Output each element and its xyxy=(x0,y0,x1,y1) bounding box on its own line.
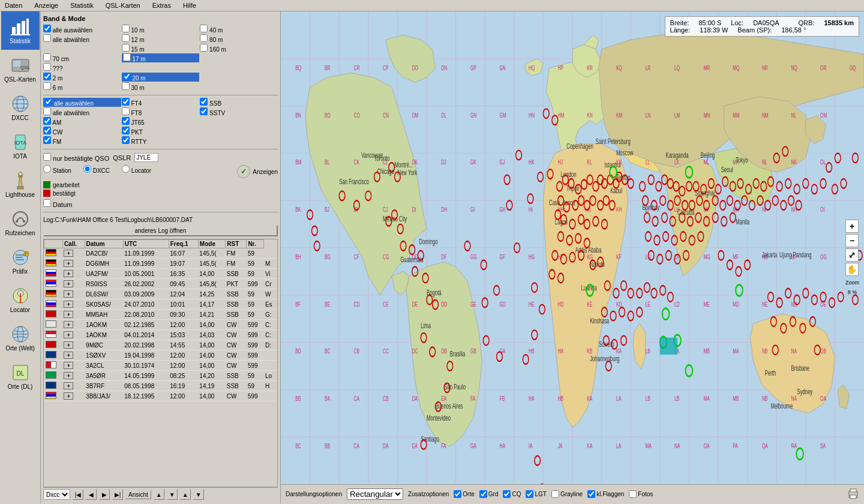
zoom-out-button[interactable]: − xyxy=(845,234,859,247)
zoom-in-button[interactable]: + xyxy=(845,220,859,233)
table-row[interactable]: ✈MM5AH22.08.201009:3014,21SSB59G: xyxy=(44,310,278,320)
col-nr[interactable]: Nr. xyxy=(247,240,264,248)
nav-prev[interactable]: ◀ xyxy=(86,489,97,500)
sidebar-item-lighthouse[interactable]: Lighthouse xyxy=(1,165,40,203)
band-70cm[interactable]: 70 cm xyxy=(43,53,121,62)
table-row[interactable]: ✈1AOKM02.12.198512:0014,00CW599C: xyxy=(44,320,278,330)
opt-grd[interactable]: Grd xyxy=(479,490,499,498)
mode-pkt[interactable]: PKT xyxy=(122,127,200,136)
zoom-hand-button[interactable]: ✋ xyxy=(845,263,859,276)
opt-flaggen[interactable]: kl.Flaggen xyxy=(587,490,624,498)
sidebar-item-dxcc[interactable]: DXCC xyxy=(1,88,40,127)
table-row[interactable]: ✈3B8/JA3/18.12.199512:0014,00CW599 xyxy=(44,391,278,401)
open-log-button[interactable]: anderes Log öffnen xyxy=(43,225,278,236)
band-20m[interactable]: 20 m xyxy=(122,73,200,82)
sidebar-item-orte-welt[interactable]: Orte (Welt) xyxy=(1,319,40,357)
table-row[interactable]: ✈UA2FM/10.05.200116:3514,00SSB59Vi xyxy=(44,269,278,279)
world-map-svg[interactable]: BQBRCRCPDODNGPGNHQHPKRKQLRLQMRMQNRNQOROQ… xyxy=(281,11,864,484)
mode-alle-abwaehlen[interactable]: alle abwählen xyxy=(43,107,121,116)
projection-select[interactable]: Rectangular xyxy=(347,488,403,500)
datum-label[interactable]: Datum xyxy=(43,199,72,208)
band-15m[interactable]: 15 m xyxy=(122,44,200,53)
band-2m[interactable]: 2 m xyxy=(43,73,121,82)
table-row[interactable]: ✈1SØXV19.04.199812:0014,00CW599 xyxy=(44,350,278,361)
menu-daten[interactable]: Daten xyxy=(2,1,25,10)
table-row[interactable]: ✈DA2CB/11.09.199916:07145,5(FM59 xyxy=(44,248,278,259)
mode-rtty[interactable]: RTTY xyxy=(122,136,200,145)
table-row[interactable]: ✈9MØC20.02.199814:5514,00CW599D: xyxy=(44,340,278,350)
view-select[interactable]: Dxcc xyxy=(43,489,70,500)
col-freq[interactable]: Freq.1 xyxy=(169,240,198,248)
log-scroll[interactable]: Call. Datum UTC Freq.1 Mode RST Nr. ✈DA2… xyxy=(44,239,277,407)
sidebar-item-orte-dl[interactable]: DL Orte (DL) xyxy=(1,357,40,395)
band-30m[interactable]: 30 m xyxy=(122,82,200,91)
sidebar-item-locator[interactable]: Locator xyxy=(1,280,40,319)
table-row[interactable]: ✈3A2CL30.10.197412:0014,00CW599 xyxy=(44,361,278,371)
sidebar-item-rufzeichen[interactable]: Rufzeichen xyxy=(1,203,40,242)
band-alle-auswaehlen[interactable]: alle auswählen xyxy=(43,25,121,34)
table-row[interactable]: ✈RS0ISS26.02.200209:45145,8(PKT599Cr xyxy=(44,279,278,289)
nur-bestaetigte-label[interactable]: nur bestätigte QSO xyxy=(43,153,109,162)
nav-first[interactable]: |◀ xyxy=(73,489,83,500)
locator-radio[interactable]: Locator xyxy=(122,165,151,178)
dxcc-radio[interactable]: DXCC xyxy=(83,165,110,178)
mode-ft4[interactable]: FT4 xyxy=(122,98,200,107)
mode-am[interactable]: AM xyxy=(43,117,121,126)
table-row[interactable]: ✈1AOKM04.01.201415:0314,03CW599C: xyxy=(44,330,278,340)
table-row[interactable]: ✈DG6IMH11.09.199919:07145,5(FM59M xyxy=(44,259,278,269)
nav-down2[interactable]: ▼ xyxy=(193,489,204,500)
mode-alle-auswaehlen[interactable]: alle auswählen xyxy=(43,98,121,107)
col-datum[interactable]: Datum xyxy=(85,240,123,248)
band-80m[interactable]: 80 m xyxy=(200,34,278,43)
band-alle-abwaehlen[interactable]: alle abwählen xyxy=(43,34,121,43)
band-6m[interactable]: 6 m xyxy=(43,82,121,91)
mode-cw[interactable]: CW xyxy=(43,127,121,136)
table-row[interactable]: ✈3A5ØR14.05.199908:2514,20SSB59Lo xyxy=(44,371,278,381)
qslr-input[interactable] xyxy=(134,153,158,162)
menu-hilfe[interactable]: Hilfe xyxy=(181,1,199,10)
band-40m[interactable]: 40 m xyxy=(200,25,278,34)
table-row[interactable]: ✈3B7RF08.05.199816:1914,19SSB59H xyxy=(44,381,278,391)
col-flag[interactable] xyxy=(44,240,63,248)
menu-statistik[interactable]: Statistik xyxy=(68,1,96,10)
anzeigen-btn[interactable] xyxy=(237,165,250,178)
band-qqq[interactable]: ??? xyxy=(43,63,121,72)
sidebar-item-qsl[interactable]: QSL QSL-Karten xyxy=(1,50,40,88)
band-17m[interactable]: 17 m xyxy=(122,53,200,62)
menu-qsl-karten[interactable]: QSL-Karten xyxy=(103,1,143,10)
station-radio[interactable]: Station xyxy=(43,165,71,178)
nav-up2[interactable]: ▲ xyxy=(180,489,191,500)
zoom-expand-button[interactable]: ⤢ xyxy=(845,248,859,262)
nav-last[interactable]: ▶| xyxy=(112,489,123,500)
band-10m[interactable]: 10 m xyxy=(122,25,200,34)
opt-fotos[interactable]: Fotos xyxy=(629,490,653,498)
nav-next[interactable]: ▶ xyxy=(99,489,110,500)
col-utc[interactable]: UTC xyxy=(123,240,169,248)
band-160m[interactable]: 160 m xyxy=(200,44,278,53)
band-12m[interactable]: 12 m xyxy=(122,34,200,43)
col-mode[interactable]: Mode xyxy=(198,240,225,248)
mode-sstv[interactable]: SSTV xyxy=(200,107,278,116)
nav-up[interactable]: ▲ xyxy=(154,489,164,500)
table-row[interactable]: ✈SK0SAS/24.07.201010:0114,17SSB59Es xyxy=(44,299,278,310)
print-button[interactable] xyxy=(847,488,859,501)
opt-grayline[interactable]: Grayline xyxy=(551,490,583,498)
opt-orte[interactable]: Orte xyxy=(454,490,474,498)
sidebar-item-praefix[interactable]: P Präfix xyxy=(1,242,40,280)
map-container[interactable]: Breite: 85:00 S Loc: DA05QA QRB: 15835 k… xyxy=(281,11,864,503)
col-rst[interactable]: RST xyxy=(226,240,247,248)
nav-down[interactable]: ▼ xyxy=(167,489,178,500)
menu-extras[interactable]: Extras xyxy=(150,1,173,10)
table-row[interactable]: ✈DL6SW/03.09.200912:0414,25SSB59W xyxy=(44,289,278,299)
mode-ssb[interactable]: SSB xyxy=(200,98,278,107)
opt-lgt[interactable]: LGT xyxy=(526,490,546,498)
mode-fm[interactable]: FM xyxy=(43,136,121,145)
menu-anzeige[interactable]: Anzeige xyxy=(32,1,61,10)
col-call[interactable]: Call. xyxy=(62,240,85,248)
opt-cq[interactable]: CQ xyxy=(503,490,521,498)
mode-ft8[interactable]: FT8 xyxy=(122,107,200,116)
ansicht-button[interactable]: Ansicht xyxy=(125,490,151,499)
sidebar-item-iota[interactable]: IOTA IOTA xyxy=(1,127,40,165)
mode-jt65[interactable]: JT65 xyxy=(122,117,200,126)
sidebar-item-statistik[interactable]: Statistik xyxy=(1,11,40,50)
